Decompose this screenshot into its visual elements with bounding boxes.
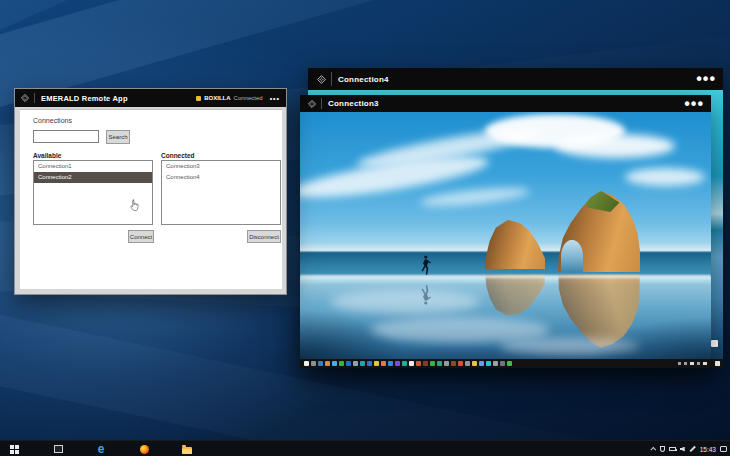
available-listbox[interactable]: Connection1 Connection2 <box>33 160 153 225</box>
remote-app-icon[interactable] <box>367 361 372 366</box>
remote-app-icon[interactable] <box>353 361 358 366</box>
connected-listbox[interactable]: Connection3 Connection4 <box>161 160 281 225</box>
emerald-menu-button[interactable]: ••• <box>270 95 280 102</box>
list-item[interactable]: Connection1 <box>34 161 152 172</box>
search-button[interactable]: Search <box>106 130 130 144</box>
remote-app-icon[interactable] <box>493 361 498 366</box>
connections-panel: Connections Search Available Connection1… <box>20 109 282 289</box>
tray-overflow-chevron-icon[interactable] <box>650 447 656 453</box>
remote-app-icon[interactable] <box>444 361 449 366</box>
action-center-icon[interactable] <box>720 446 727 452</box>
remote-app-icon[interactable] <box>409 361 414 366</box>
remote-app-icon[interactable] <box>479 361 484 366</box>
connection3-title: Connection3 <box>328 99 379 108</box>
task-view-button[interactable] <box>46 441 70 456</box>
list-item-selected[interactable]: Connection2 <box>34 172 152 183</box>
remote-app-icon[interactable] <box>339 361 344 366</box>
remote-tray-icon[interactable] <box>690 362 694 365</box>
firefox-icon <box>140 445 149 454</box>
remote-app-icon[interactable] <box>311 361 316 366</box>
edge-icon <box>98 444 105 454</box>
titlebar-divider <box>34 93 35 104</box>
pen-icon[interactable] <box>689 446 695 452</box>
remote-tray-clock[interactable] <box>703 362 707 365</box>
remote-app-icon[interactable] <box>472 361 477 366</box>
remote-taskbar-tray[interactable] <box>678 362 707 365</box>
taskbar-clock[interactable]: 15:43 <box>700 446 716 453</box>
speaker-icon[interactable] <box>680 447 685 452</box>
start-button[interactable] <box>2 441 26 456</box>
available-list-label: Available <box>33 152 61 159</box>
remote-app-icon[interactable] <box>374 361 379 366</box>
system-tray[interactable]: 15:43 <box>652 441 727 456</box>
file-explorer-taskbar-button[interactable] <box>175 441 199 456</box>
remote-app-icon[interactable] <box>465 361 470 366</box>
remote-app-icon[interactable] <box>388 361 393 366</box>
remote-app-icon[interactable] <box>486 361 491 366</box>
connected-list-label: Connected <box>161 152 195 159</box>
remote-app-icon[interactable] <box>381 361 386 366</box>
remote-app-icon[interactable] <box>423 361 428 366</box>
remote-app-icon[interactable] <box>416 361 421 366</box>
file-explorer-icon <box>182 447 192 454</box>
windows-logo-icon <box>10 445 19 454</box>
remote-tray-icon[interactable] <box>697 362 700 365</box>
remote-app-icon[interactable] <box>500 361 505 366</box>
window-connection3: Connection3 ••• <box>300 95 711 368</box>
emerald-diamond-icon <box>307 99 317 109</box>
connection3-remote-desktop-wallpaper[interactable] <box>300 112 711 359</box>
security-shield-icon[interactable] <box>660 446 665 452</box>
titlebar-divider <box>321 98 322 108</box>
remote-app-icon[interactable] <box>437 361 442 366</box>
emerald-diamond-icon <box>316 74 327 85</box>
wet-sand-shading <box>300 112 711 359</box>
remote-tray-icon[interactable] <box>678 362 681 365</box>
connection4-titlebar[interactable]: Connection4 ••• <box>308 68 723 90</box>
floating-tool-icon[interactable] <box>711 340 718 347</box>
search-input[interactable] <box>33 130 99 143</box>
connection3-menu-button[interactable]: ••• <box>684 95 711 113</box>
remote-app-icon[interactable] <box>458 361 463 366</box>
titlebar-divider <box>331 72 332 85</box>
remote-taskbar-icons[interactable] <box>304 361 512 366</box>
boxilla-status-text: Connected <box>234 95 263 101</box>
remote-action-center-icon[interactable] <box>715 361 720 366</box>
host-taskbar[interactable]: 15:43 <box>0 440 730 456</box>
remote-app-icon[interactable] <box>451 361 456 366</box>
connection4-title: Connection4 <box>338 75 389 84</box>
emerald-window-title: EMERALD Remote App <box>41 94 128 103</box>
connection3-titlebar[interactable]: Connection3 ••• <box>300 95 711 112</box>
disconnect-button[interactable]: Disconnect <box>247 230 281 243</box>
firefox-taskbar-button[interactable] <box>132 441 156 456</box>
remote-tray-icon[interactable] <box>684 362 687 365</box>
edge-taskbar-button[interactable] <box>89 441 113 456</box>
mouse-cursor-hand <box>128 198 141 212</box>
connection3-remote-taskbar[interactable] <box>300 359 711 368</box>
connection4-menu-button[interactable]: ••• <box>696 70 723 88</box>
connect-button[interactable]: Connect <box>128 230 154 243</box>
task-view-icon <box>54 445 63 453</box>
boxilla-status-icon <box>196 96 201 101</box>
remote-app-icon[interactable] <box>360 361 365 366</box>
emerald-titlebar[interactable]: EMERALD Remote App BOXILLA Connected ••• <box>15 89 286 107</box>
page-title: Connections <box>33 117 72 124</box>
remote-app-icon[interactable] <box>402 361 407 366</box>
remote-app-icon[interactable] <box>318 361 323 366</box>
boxilla-brand-label: BOXILLA <box>204 95 230 101</box>
list-item[interactable]: Connection4 <box>162 172 280 183</box>
remote-app-icon[interactable] <box>304 361 309 366</box>
emerald-diamond-icon <box>20 93 30 103</box>
window-emerald-remote-app: EMERALD Remote App BOXILLA Connected •••… <box>14 88 287 295</box>
remote-app-icon[interactable] <box>325 361 330 366</box>
remote-app-icon[interactable] <box>395 361 400 366</box>
remote-app-icon[interactable] <box>346 361 351 366</box>
remote-app-icon[interactable] <box>507 361 512 366</box>
remote-app-icon[interactable] <box>332 361 337 366</box>
battery-icon[interactable] <box>669 447 676 451</box>
list-item[interactable]: Connection3 <box>162 161 280 172</box>
remote-app-icon[interactable] <box>430 361 435 366</box>
